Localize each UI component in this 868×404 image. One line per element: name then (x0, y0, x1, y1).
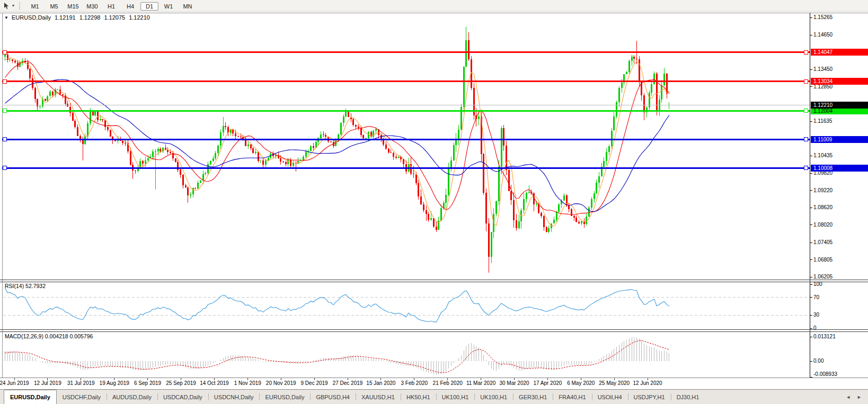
chart-tab-15-dj30-h1[interactable]: DJ30,H1 (671, 390, 705, 404)
ohlc-low: 1.12075 (104, 14, 125, 21)
horizontal-line-1.12004[interactable] (2, 109, 810, 113)
chart-tab-11-ger30-h1[interactable]: GER30,H1 (513, 390, 553, 404)
rsi-line (5, 288, 670, 322)
ohlc-close: 1.12210 (129, 14, 150, 21)
timeframe-button-d1[interactable]: D1 (140, 2, 158, 11)
chart-tab-5-eurusd-daily[interactable]: EURUSD,Daily (259, 390, 310, 404)
chart-tab-0-eurusd-daily[interactable]: EURUSD,Daily (4, 390, 57, 404)
top-toolbar: ▾ M1M5M15M30H1H4D1W1MN (0, 0, 868, 12)
rsi-indicator-label: RSI(14) 52.7932 (5, 283, 46, 289)
chart-tab-1-usdchf-daily[interactable]: USDCHF,Daily (57, 390, 107, 404)
cursor-tool-caret-icon[interactable]: ▾ (12, 3, 14, 8)
cursor-tool-icon[interactable] (2, 1, 12, 11)
macd-signal-line (5, 340, 670, 373)
timeframe-button-m30[interactable]: M30 (83, 2, 101, 11)
chart-title-symbol: EURUSD,Daily (12, 14, 51, 21)
macd-indicator-label: MACD(12,26,9) 0.004218 0.005796 (5, 333, 93, 339)
timeframe-button-h4[interactable]: H4 (121, 2, 139, 11)
chart-plot-area[interactable] (0, 0, 868, 404)
timeframe-button-m5[interactable]: M5 (45, 2, 63, 11)
chart-tabs: EURUSD,DailyUSDCHF,DailyAUDUSD,DailyUSDC… (4, 390, 705, 404)
horizontal-line-1.13034[interactable] (2, 79, 810, 83)
chart-tab-12-fra40-h1[interactable]: FRA40,H1 (553, 390, 591, 404)
timeframe-button-w1[interactable]: W1 (160, 2, 178, 11)
tab-scroll-left-icon[interactable]: ◄ (846, 394, 851, 400)
chart-tab-10-uk100-h1[interactable]: UK100,H1 (474, 390, 513, 404)
toolbar-grip-handle (19, 2, 21, 10)
chart-tab-3-usdcad-daily[interactable]: USDCAD,Daily (157, 390, 208, 404)
chart-tab-13-usoil-h4[interactable]: USOil,H4 (592, 390, 628, 404)
ohlc-open: 1.12191 (55, 14, 76, 21)
horizontal-line-1.14047[interactable] (2, 50, 810, 54)
chart-tab-14-usdjpy-h1[interactable]: USDJPY,H1 (628, 390, 671, 404)
symbol-caret-icon[interactable]: ▼ (4, 15, 8, 20)
medium-ma (5, 61, 670, 215)
timeframe-button-mn[interactable]: MN (179, 2, 197, 11)
chart-tab-2-audusd-daily[interactable]: AUDUSD,Daily (107, 390, 157, 404)
chart-tab-8-hk50-h1[interactable]: HK50,H1 (401, 390, 436, 404)
chart-tab-9-uk100-h1[interactable]: UK100,H1 (436, 390, 475, 404)
ohlc-high: 1.12298 (79, 14, 101, 21)
candles-layer (4, 26, 670, 273)
chart-title: ▼ EURUSD,Daily 1.12191 1.12298 1.12075 1… (4, 14, 150, 21)
tab-scroll-arrows: ◄ ► (846, 390, 868, 404)
timeframe-button-h1[interactable]: H1 (102, 2, 120, 11)
chart-tab-7-xauusd-h1[interactable]: XAUUSD,H1 (356, 390, 401, 404)
chart-tab-4-usdcnh-daily[interactable]: USDCNH,Daily (208, 390, 260, 404)
timeframe-button-m15[interactable]: M15 (64, 2, 82, 11)
timeframe-toolbar: M1M5M15M30H1H4D1W1MN (25, 1, 197, 11)
timeframe-button-m1[interactable]: M1 (26, 2, 44, 11)
chart-tab-6-gbpusd-h4[interactable]: GBPUSD,H4 (310, 390, 356, 404)
tab-scroll-right-icon[interactable]: ► (857, 394, 862, 400)
slow-ma (5, 79, 670, 212)
chart-tabs-bar: EURUSD,DailyUSDCHF,DailyAUDUSD,DailyUSDC… (0, 389, 868, 404)
macd-histogram (5, 337, 669, 375)
